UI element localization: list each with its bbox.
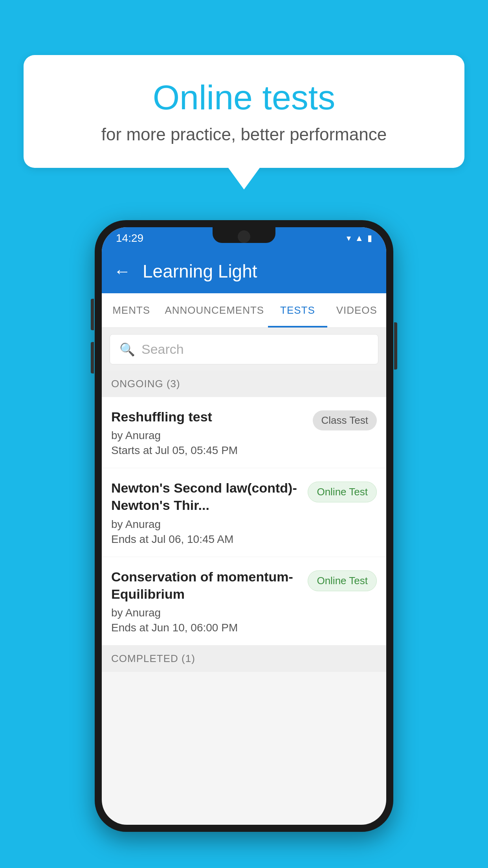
tab-announcements[interactable]: ANNOUNCEMENTS — [161, 293, 268, 327]
test-item-3[interactable]: Conservation of momentum-Equilibrium by … — [102, 557, 386, 645]
status-time: 14:29 — [116, 232, 143, 245]
search-box[interactable]: 🔍 Search — [110, 334, 378, 364]
ongoing-section-header: ONGOING (3) — [102, 371, 386, 397]
bubble-subtitle: for more practice, better performance — [55, 125, 433, 144]
test-time-1: Starts at Jul 05, 05:45 PM — [111, 444, 305, 457]
test-item-1[interactable]: Reshuffling test by Anurag Starts at Jul… — [102, 397, 386, 468]
bubble-arrow — [228, 168, 260, 189]
volume-up-button — [91, 299, 94, 330]
phone-screen: 14:29 ▾ ▲ ▮ ← Learning Light MENTS ANNOU… — [102, 227, 386, 825]
test-author-1: by Anurag — [111, 429, 305, 442]
search-input[interactable]: Search — [141, 342, 184, 357]
wifi-icon: ▾ — [347, 233, 351, 243]
tab-videos[interactable]: VIDEOS — [327, 293, 386, 327]
test-item-2[interactable]: Newton's Second law(contd)-Newton's Thir… — [102, 468, 386, 557]
speech-bubble-section: Online tests for more practice, better p… — [24, 55, 464, 189]
search-container: 🔍 Search — [102, 328, 386, 371]
tab-tests[interactable]: TESTS — [268, 293, 327, 327]
test-title-2: Newton's Second law(contd)-Newton's Thir… — [111, 479, 300, 514]
signal-icon: ▲ — [355, 233, 363, 243]
test-badge-2: Online Test — [308, 482, 377, 502]
test-badge-1: Class Test — [313, 410, 377, 430]
power-button — [394, 322, 397, 370]
test-info-1: Reshuffling test by Anurag Starts at Jul… — [111, 408, 313, 457]
test-title-3: Conservation of momentum-Equilibrium — [111, 568, 300, 603]
test-time-3: Ends at Jun 10, 06:00 PM — [111, 622, 300, 634]
tabs-bar: MENTS ANNOUNCEMENTS TESTS VIDEOS — [102, 293, 386, 328]
speech-bubble: Online tests for more practice, better p… — [24, 55, 464, 168]
app-bar-title: Learning Light — [143, 261, 257, 282]
app-bar: ← Learning Light — [102, 249, 386, 293]
test-title-1: Reshuffling test — [111, 408, 305, 425]
tab-ments[interactable]: MENTS — [102, 293, 161, 327]
test-author-3: by Anurag — [111, 607, 300, 619]
volume-down-button — [91, 342, 94, 373]
completed-section-header: COMPLETED (1) — [102, 645, 386, 672]
bubble-title: Online tests — [55, 79, 433, 117]
test-badge-3: Online Test — [308, 570, 377, 591]
search-icon: 🔍 — [119, 342, 135, 357]
test-time-2: Ends at Jul 06, 10:45 AM — [111, 533, 300, 546]
phone-mockup: 14:29 ▾ ▲ ▮ ← Learning Light MENTS ANNOU… — [95, 220, 393, 832]
battery-icon: ▮ — [367, 233, 372, 243]
front-camera — [238, 230, 250, 243]
test-list: Reshuffling test by Anurag Starts at Jul… — [102, 397, 386, 645]
phone-frame: 14:29 ▾ ▲ ▮ ← Learning Light MENTS ANNOU… — [95, 220, 393, 832]
test-info-3: Conservation of momentum-Equilibrium by … — [111, 568, 308, 634]
back-button[interactable]: ← — [114, 261, 131, 281]
test-author-2: by Anurag — [111, 518, 300, 531]
test-info-2: Newton's Second law(contd)-Newton's Thir… — [111, 479, 308, 545]
status-icons: ▾ ▲ ▮ — [347, 233, 372, 243]
